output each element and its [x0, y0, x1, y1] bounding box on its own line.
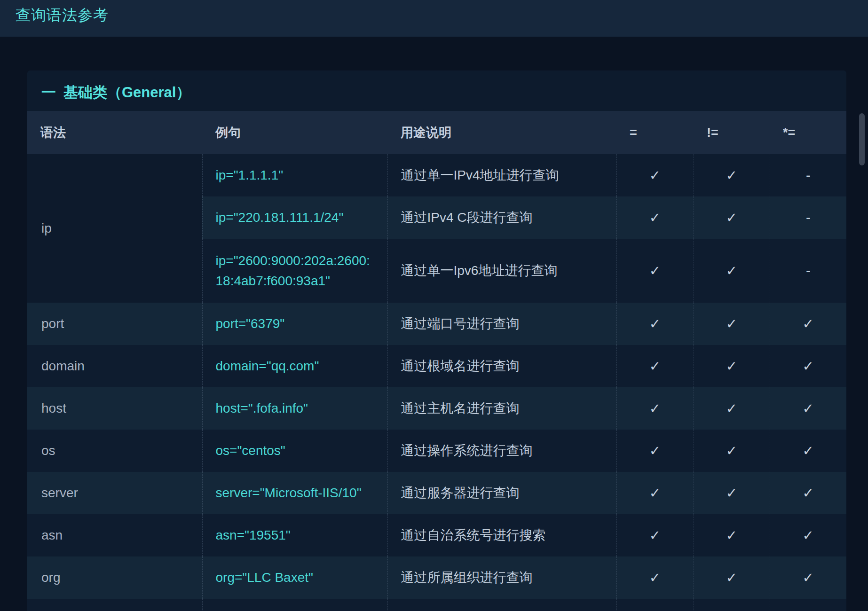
description-cell: 通过自治系统号进行搜索: [387, 514, 616, 556]
syntax-cell: org: [27, 556, 202, 599]
not-equal-support-mark: ✓: [694, 514, 770, 556]
not-equal-support-mark: ✓: [694, 472, 770, 514]
section-title: 基础类（General）: [63, 83, 190, 102]
not-equal-support-mark: ✓: [694, 430, 770, 472]
table-row: server server="Microsoft-IIS/10" 通过服务器进行…: [27, 472, 846, 514]
example-cell: asn="19551": [202, 514, 387, 556]
example-cell: ip="220.181.111.1/24": [202, 196, 387, 239]
example-cell: [202, 599, 387, 611]
equal-support-mark: ✓: [616, 430, 694, 472]
description-cell: 通过单一IPv4地址进行查询: [387, 154, 616, 196]
syntax-cell: server: [27, 472, 202, 514]
example-cell: os="centos": [202, 430, 387, 472]
example-cell: ip="2600:9000:202a:2600:18:4ab7:f600:93a…: [202, 239, 387, 303]
example-cell: host=".fofa.info": [202, 387, 387, 430]
example-cell: org="LLC Baxet": [202, 556, 387, 599]
fuzzy-support-mark: ✓: [770, 472, 846, 514]
fuzzy-support-mark: -: [770, 239, 846, 303]
syntax-cell: ip: [27, 154, 202, 303]
column-header-example: 例句: [202, 111, 387, 154]
equal-support-mark: ✓: [616, 514, 694, 556]
column-header-equal: =: [616, 111, 694, 154]
not-equal-support-mark: ✓: [694, 154, 770, 196]
equal-support-mark: ✓: [616, 239, 694, 303]
not-equal-support-mark: ✓: [694, 556, 770, 599]
page-title: 查询语法参考: [16, 5, 109, 26]
table-row: org org="LLC Baxet" 通过所属组织进行查询 ✓ ✓ ✓: [27, 556, 846, 599]
description-cell: 通过所属组织进行查询: [387, 556, 616, 599]
column-header-not-equal: !=: [694, 111, 770, 154]
column-header-fuzzy: *=: [770, 111, 846, 154]
table-row: os os="centos" 通过操作系统进行查询 ✓ ✓ ✓: [27, 430, 846, 472]
example-cell: domain="qq.com": [202, 345, 387, 387]
description-cell: 通过操作系统进行查询: [387, 430, 616, 472]
description-cell: 通过IPv4 C段进行查询: [387, 196, 616, 239]
syntax-cell: domain: [27, 345, 202, 387]
table-row: domain domain="qq.com" 通过根域名进行查询 ✓ ✓ ✓: [27, 345, 846, 387]
description-cell: 通过单一Ipv6地址进行查询: [387, 239, 616, 303]
fuzzy-support-mark: ✓: [770, 556, 846, 599]
description-cell: 通过端口号进行查询: [387, 303, 616, 345]
not-equal-support-mark: ✓: [694, 239, 770, 303]
fuzzy-support-mark: ✓: [770, 514, 846, 556]
syntax-reference-card: 一 基础类（General） 语法 例句 用途说明 = != *= ip ip=…: [27, 70, 846, 611]
not-equal-support-mark: ✓: [694, 196, 770, 239]
example-cell: port="6379": [202, 303, 387, 345]
description-cell: 通过主机名进行查询: [387, 387, 616, 430]
example-text: ip="2600:9000:202a:2600:18:4ab7:f600:93a…: [216, 251, 376, 291]
table-header-row: 语法 例句 用途说明 = != *=: [27, 111, 846, 154]
table-row: ip ip="1.1.1.1" 通过单一IPv4地址进行查询 ✓ ✓ -: [27, 154, 846, 196]
description-cell: [387, 599, 616, 611]
example-cell: ip="1.1.1.1": [202, 154, 387, 196]
equal-support-mark: ✓: [616, 196, 694, 239]
table-row: [27, 599, 846, 611]
equal-support-mark: ✓: [616, 345, 694, 387]
equal-support-mark: ✓: [616, 387, 694, 430]
fuzzy-support-mark: ✓: [770, 430, 846, 472]
syntax-cell: [27, 599, 202, 611]
not-equal-support-mark: ✓: [694, 303, 770, 345]
top-bar: 查询语法参考: [0, 0, 868, 37]
fuzzy-support-mark: -: [770, 154, 846, 196]
example-cell: server="Microsoft-IIS/10": [202, 472, 387, 514]
not-equal-support-mark: [694, 599, 770, 611]
fuzzy-support-mark: ✓: [770, 387, 846, 430]
not-equal-support-mark: ✓: [694, 345, 770, 387]
table-row: host host=".fofa.info" 通过主机名进行查询 ✓ ✓ ✓: [27, 387, 846, 430]
fuzzy-support-mark: ✓: [770, 345, 846, 387]
column-header-syntax: 语法: [27, 111, 202, 154]
syntax-cell: host: [27, 387, 202, 430]
description-cell: 通过根域名进行查询: [387, 345, 616, 387]
table-row: port port="6379" 通过端口号进行查询 ✓ ✓ ✓: [27, 303, 846, 345]
description-cell: 通过服务器进行查询: [387, 472, 616, 514]
section-header: 一 基础类（General）: [27, 70, 846, 111]
syntax-table: 语法 例句 用途说明 = != *= ip ip="1.1.1.1" 通过单一I…: [27, 111, 846, 611]
syntax-cell: os: [27, 430, 202, 472]
equal-support-mark: ✓: [616, 472, 694, 514]
syntax-cell: port: [27, 303, 202, 345]
fuzzy-support-mark: ✓: [770, 303, 846, 345]
equal-support-mark: ✓: [616, 154, 694, 196]
syntax-cell: asn: [27, 514, 202, 556]
vertical-scrollbar-thumb[interactable]: [859, 113, 865, 165]
equal-support-mark: ✓: [616, 303, 694, 345]
table-header: 语法 例句 用途说明 = != *=: [27, 111, 846, 154]
not-equal-support-mark: ✓: [694, 387, 770, 430]
fuzzy-support-mark: -: [770, 196, 846, 239]
fuzzy-support-mark: [770, 599, 846, 611]
equal-support-mark: [616, 599, 694, 611]
equal-support-mark: ✓: [616, 556, 694, 599]
section-index-marker: 一: [41, 83, 56, 102]
table-row: asn asn="19551" 通过自治系统号进行搜索 ✓ ✓ ✓: [27, 514, 846, 556]
column-header-description: 用途说明: [387, 111, 616, 154]
